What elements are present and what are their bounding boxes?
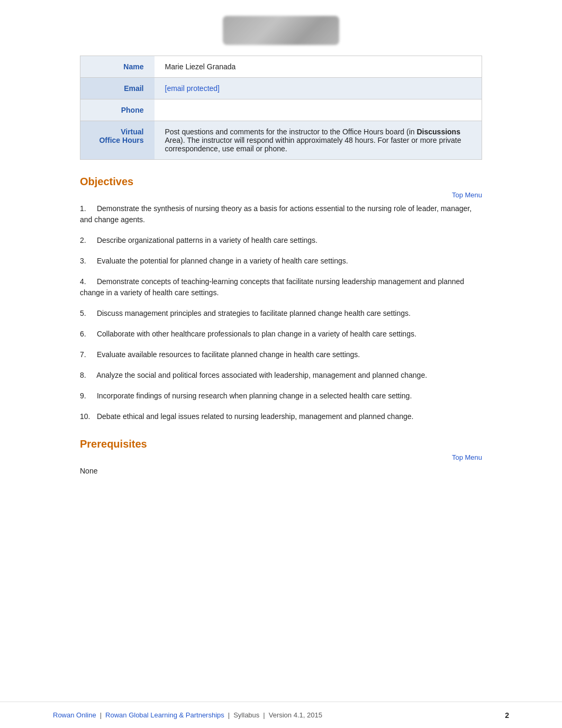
prerequisites-heading: Prerequisites [80, 438, 482, 450]
obj-text: Demonstrate the synthesis of nursing the… [80, 204, 472, 224]
email-link[interactable]: [email protected] [165, 84, 220, 93]
top-menu-link-objectives[interactable]: Top Menu [80, 191, 482, 199]
list-item: 7. Evaluate available resources to facil… [80, 349, 482, 360]
table-row: Name Marie Liezel Granada [80, 56, 482, 78]
prerequisites-section: Prerequisites Top Menu None [80, 438, 482, 475]
footer-sep-1: | [100, 711, 102, 719]
obj-text: Evaluate the potential for planned chang… [97, 257, 348, 265]
objectives-list: 1. Demonstrate the synthesis of nursing … [80, 203, 482, 422]
email-label: Email [80, 78, 155, 99]
footer-sep-2: | [228, 711, 230, 719]
list-item: 3. Evaluate the potential for planned ch… [80, 256, 482, 267]
name-value: Marie Liezel Granada [155, 56, 482, 78]
list-item: 2. Describe organizational patterns in a… [80, 235, 482, 246]
main-content: Objectives Top Menu 1. Demonstrate the s… [80, 176, 482, 507]
footer-sep-3: | [263, 711, 265, 719]
list-item: 4. Demonstrate concepts of teaching-lear… [80, 276, 482, 298]
obj-num: 10. [80, 411, 95, 422]
obj-text: Demonstrate concepts of teaching-learnin… [80, 277, 464, 297]
footer-left: Rowan Online | Rowan Global Learning & P… [53, 711, 322, 719]
prerequisites-content: None [80, 467, 482, 475]
top-menu-link-prerequisites[interactable]: Top Menu [80, 453, 482, 461]
obj-text: Debate ethical and legal issues related … [97, 412, 414, 421]
footer-syllabus: Syllabus [233, 711, 259, 719]
obj-num: 8. [80, 370, 95, 381]
footer-link-rowan-online[interactable]: Rowan Online [53, 711, 96, 719]
objectives-heading: Objectives [80, 176, 482, 188]
email-value[interactable]: [email protected] [155, 78, 482, 99]
obj-text: Analyze the social and political forces … [96, 371, 427, 379]
table-row: Phone [80, 99, 482, 121]
obj-num: 7. [80, 349, 95, 360]
footer-version: Version 4.1, 2015 [269, 711, 322, 719]
footer: Rowan Online | Rowan Global Learning & P… [0, 702, 562, 728]
list-item: 6. Collaborate with other healthcare pro… [80, 329, 482, 340]
list-item: 1. Demonstrate the synthesis of nursing … [80, 203, 482, 225]
obj-text: Collaborate with other healthcare profes… [97, 330, 416, 338]
obj-num: 4. [80, 276, 95, 287]
office-hours-value: Post questions and comments for the inst… [155, 121, 482, 160]
obj-num: 6. [80, 329, 95, 340]
list-item: 10. Debate ethical and legal issues rela… [80, 411, 482, 422]
obj-text: Discuss management principles and strate… [97, 309, 411, 317]
footer-link-global[interactable]: Rowan Global Learning & Partnerships [105, 711, 224, 719]
obj-num: 2. [80, 235, 95, 246]
discussions-bold: Discussions [416, 128, 460, 136]
obj-num: 9. [80, 390, 95, 402]
table-row: VirtualOffice Hours Post questions and c… [80, 121, 482, 160]
phone-label: Phone [80, 99, 155, 121]
name-label: Name [80, 56, 155, 78]
page-container: Name Marie Liezel Granada Email [email p… [0, 0, 562, 728]
list-item: 8. Analyze the social and political forc… [80, 370, 482, 381]
obj-num: 3. [80, 256, 95, 267]
footer-page-number: 2 [505, 711, 509, 720]
office-hours-label: VirtualOffice Hours [80, 121, 155, 160]
obj-num: 1. [80, 203, 95, 214]
header-area [0, 0, 562, 56]
list-item: 9. Incorporate findings of nursing resea… [80, 390, 482, 402]
phone-value [155, 99, 482, 121]
list-item: 5. Discuss management principles and str… [80, 308, 482, 319]
instructor-table: Name Marie Liezel Granada Email [email p… [80, 56, 482, 160]
obj-text: Describe organizational patterns in a va… [97, 236, 318, 244]
obj-text: Evaluate available resources to facilita… [97, 350, 360, 359]
obj-num: 5. [80, 308, 95, 319]
objectives-section: Objectives Top Menu 1. Demonstrate the s… [80, 176, 482, 422]
obj-text: Incorporate findings of nursing research… [97, 392, 412, 400]
table-row: Email [email protected] [80, 78, 482, 99]
header-logo [223, 16, 339, 45]
